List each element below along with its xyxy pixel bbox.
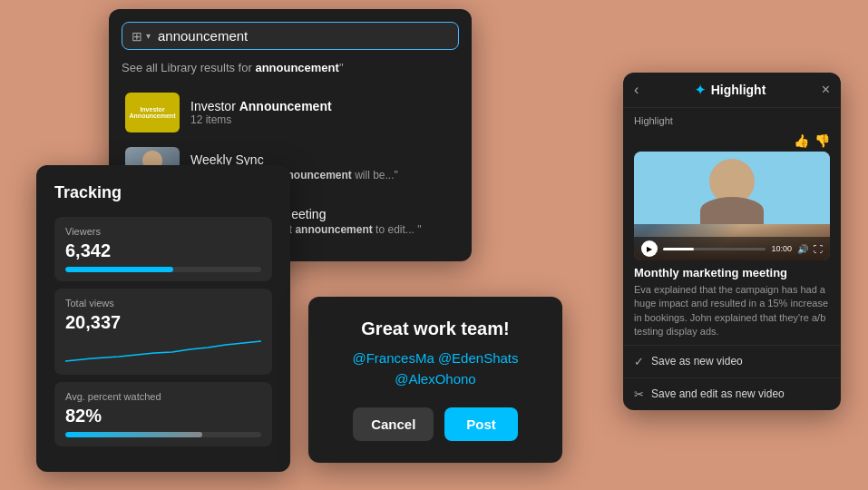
highlight-vote-row: 👍 👎 xyxy=(623,130,841,152)
highlight-video-desc: Eva explained that the campaign has had … xyxy=(634,283,830,339)
stat-viewers-label: Viewers xyxy=(65,226,261,237)
tracking-title: Tracking xyxy=(54,183,272,202)
highlight-header: ‹ ✦ Highlight × xyxy=(623,73,841,108)
stat-avg-watched-fill xyxy=(65,432,202,437)
stat-viewers-fill xyxy=(65,267,173,272)
highlight-info: Monthly marketing meeting Eva explained … xyxy=(623,260,841,345)
tracking-panel: Tracking Viewers 6,342 Total views 20,33… xyxy=(36,165,290,472)
stat-viewers-value: 6,342 xyxy=(65,240,261,261)
stat-viewers: Viewers 6,342 xyxy=(54,217,272,281)
stat-total-views-label: Total views xyxy=(65,298,261,309)
chevron-down-icon: ▾ xyxy=(146,31,151,41)
result-title-investor: Investor Announcement xyxy=(190,99,455,113)
close-button[interactable]: × xyxy=(822,82,830,98)
cancel-button[interactable]: Cancel xyxy=(353,407,434,441)
save-and-edit-button[interactable]: ✂ Save and edit as new video xyxy=(623,377,841,410)
volume-icon[interactable]: 🔊 xyxy=(797,244,808,254)
post-button[interactable]: Post xyxy=(444,407,518,441)
play-button[interactable]: ▶ xyxy=(641,240,658,257)
search-query: announcement xyxy=(255,61,338,74)
back-button[interactable]: ‹ xyxy=(634,82,639,98)
fullscreen-icon[interactable]: ⛶ xyxy=(814,244,823,254)
stat-avg-watched-bar xyxy=(65,432,261,437)
stat-viewers-bar xyxy=(65,267,261,272)
search-input-row[interactable]: ⊞ ▾ xyxy=(122,22,459,50)
check-icon: ✓ xyxy=(634,355,644,368)
search-hint: See all Library results for announcement… xyxy=(122,61,459,74)
stat-avg-watched: Avg. percent watched 82% xyxy=(54,382,272,446)
thumbs-down-button[interactable]: 👎 xyxy=(814,133,830,148)
thumbs-up-button[interactable]: 👍 xyxy=(794,133,809,148)
post-mentions: @FrancesMa @EdenShats@AlexOhono xyxy=(327,348,544,389)
video-progress[interactable] xyxy=(663,248,766,250)
grid-icon: ⊞ xyxy=(132,29,142,44)
save-edit-label: Save and edit as new video xyxy=(651,387,785,400)
highlight-panel: ‹ ✦ Highlight × Highlight 👍 👎 ▶ 10:00 🔊 … xyxy=(623,73,841,410)
result-thumb-investor: Investor Announcement xyxy=(125,93,180,132)
post-buttons: Cancel Post xyxy=(327,407,544,441)
highlight-title-row: ✦ Highlight xyxy=(695,83,766,97)
stat-total-views: Total views 20,337 xyxy=(54,289,272,375)
highlight-title: Highlight xyxy=(711,83,766,97)
star-icon: ✦ xyxy=(695,83,706,97)
post-title: Great work team! xyxy=(327,318,544,339)
stat-sparkline xyxy=(65,338,261,366)
stat-avg-watched-label: Avg. percent watched xyxy=(65,391,261,402)
stat-avg-watched-value: 82% xyxy=(65,406,261,426)
highlight-video-thumbnail: ▶ 10:00 🔊 ⛶ xyxy=(634,152,830,260)
highlight-section-label: Highlight xyxy=(623,108,841,130)
result-info-investor: Investor Announcement 12 items xyxy=(190,99,455,126)
result-item-investor[interactable]: Investor Announcement Investor Announcem… xyxy=(122,85,459,140)
save-as-new-video-button[interactable]: ✓ Save as new video xyxy=(623,345,841,377)
save-new-label: Save as new video xyxy=(651,355,743,368)
stat-total-views-value: 20,337 xyxy=(65,312,261,333)
result-count-investor: 12 items xyxy=(190,113,455,126)
video-controls[interactable]: ▶ 10:00 🔊 ⛶ xyxy=(634,237,830,260)
video-time: 10:00 xyxy=(771,244,792,253)
scissors-icon: ✂ xyxy=(634,387,644,401)
search-type-selector[interactable]: ⊞ ▾ xyxy=(132,29,151,44)
search-input[interactable] xyxy=(158,28,449,44)
post-panel: Great work team! @FrancesMa @EdenShats@A… xyxy=(308,297,562,463)
highlight-video-title: Monthly marketing meeting xyxy=(634,266,830,279)
